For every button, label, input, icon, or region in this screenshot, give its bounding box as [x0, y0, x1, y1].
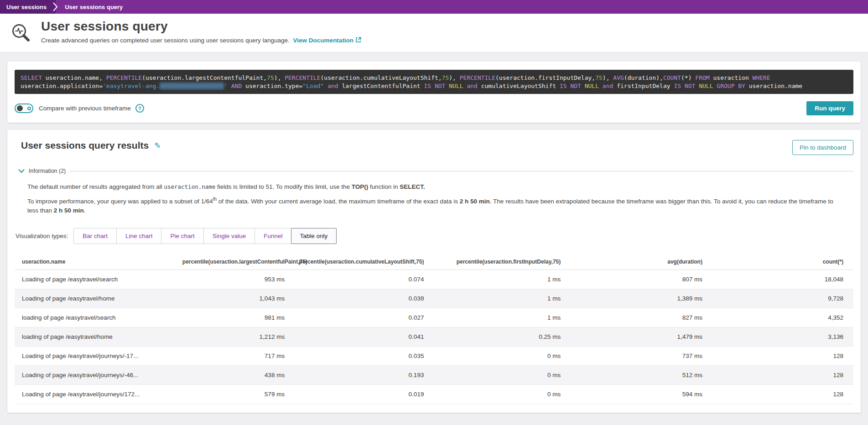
- breadcrumb-item-user-sessions[interactable]: User sessions: [0, 0, 56, 14]
- metric-cell: 0.041: [285, 327, 424, 346]
- action-name-cell: Loading of page /easytravel/journeys/172…: [15, 384, 182, 404]
- token-text: largestContentfulPaint: [338, 83, 424, 89]
- table-row: Loading of page /easytravel/journeys/-17…: [15, 346, 853, 365]
- token-text: ),: [274, 74, 285, 81]
- token-text: useraction.type=: [242, 83, 302, 89]
- metric-cell: 128: [702, 384, 853, 404]
- token-text: .: [84, 207, 86, 214]
- metric-cell: 1 ms: [424, 270, 561, 289]
- token-text: [695, 83, 699, 89]
- table-row: Loading of page /easytravel/search953 ms…: [15, 270, 853, 289]
- breadcrumb-label: User sessions query: [65, 4, 123, 10]
- visualization-types-label: Visualization types:: [16, 233, 68, 239]
- results-title: User sessions query results: [21, 140, 149, 151]
- results-card: User sessions query results ✎ Pin to das…: [7, 130, 861, 413]
- metric-cell: 0.25 ms: [424, 327, 561, 346]
- table-row: loading of page /easytravel/home1,212 ms…: [15, 327, 853, 346]
- token-kw: AVG: [613, 74, 624, 81]
- token-str: ': [224, 83, 228, 89]
- viz-option-bar-chart[interactable]: Bar chart: [74, 228, 116, 244]
- token-b: 2 h 50 min: [54, 207, 84, 214]
- token-text: [581, 83, 585, 89]
- action-name-cell: Loading of page /easytravel/home: [15, 289, 182, 308]
- usql-query-editor[interactable]: SELECT useraction.name, PERCENTILE(usera…: [15, 70, 853, 94]
- action-name-cell: Loading of page /easytravel/journeys/-17…: [15, 346, 182, 365]
- breadcrumb-item-user-sessions-query[interactable]: User sessions query: [63, 0, 125, 14]
- metric-cell: 0 ms: [424, 384, 561, 404]
- page-subtitle: Create advanced queries on completed use…: [41, 37, 290, 44]
- toggle-knob-off: [27, 107, 31, 110]
- token-kw: WHERE: [753, 74, 770, 81]
- token-text: [324, 83, 327, 89]
- token-b: 2 h 50 min: [460, 198, 490, 205]
- token-mono: useraction.name: [164, 183, 215, 190]
- metric-cell: 0.027: [285, 308, 424, 327]
- token-text: To improve performance, your query was a…: [27, 198, 213, 205]
- viz-button-group: Bar chartLine chartPie chartSingle value…: [73, 228, 337, 244]
- column-header: avg(duration): [561, 255, 702, 270]
- token-kw: IS NOT: [560, 83, 581, 89]
- token-text: (duration),: [624, 74, 663, 81]
- run-query-button[interactable]: Run query: [806, 101, 853, 115]
- token-null: NULL: [699, 83, 713, 89]
- metric-cell: 1 ms: [424, 308, 561, 327]
- table-row: loading of page /easytravel/search981 ms…: [15, 308, 853, 327]
- page-header: User sessions query Create advanced quer…: [0, 14, 868, 52]
- viz-option-line-chart[interactable]: Line chart: [116, 228, 161, 244]
- information-label: Information (2): [29, 168, 66, 174]
- token-kw: IS NOT: [674, 83, 695, 89]
- metric-cell: 438 ms: [182, 365, 285, 384]
- token-text: of the data. With your current average l…: [217, 198, 460, 205]
- viz-option-funnel[interactable]: Funnel: [255, 228, 291, 244]
- token-kw: and: [327, 83, 338, 89]
- token-text: (*): [681, 74, 695, 81]
- pin-to-dashboard-button[interactable]: Pin to dashboard: [792, 140, 853, 155]
- metric-cell: 0.019: [285, 384, 424, 404]
- token-str: 'easytravel-ang.: [103, 83, 160, 89]
- token-text: fields is limited to 51. To modify this …: [215, 183, 351, 190]
- information-section-toggle[interactable]: Information (2): [18, 167, 853, 175]
- table-row: Loading of page /easytravel/journeys/-46…: [15, 365, 853, 384]
- chevron-down-icon: [18, 167, 25, 175]
- view-documentation-link[interactable]: View Documentation: [293, 37, 354, 44]
- metric-cell: 981 ms: [182, 308, 285, 327]
- token-text: useraction: [710, 74, 753, 81]
- table-header-row: useraction.namepercentile(useraction.lar…: [15, 255, 853, 270]
- metric-cell: 0.035: [285, 346, 424, 365]
- viz-option-single-value[interactable]: Single value: [203, 228, 255, 244]
- token-blur: ●●●●●●●●●●●●●●●●●●: [160, 83, 224, 89]
- token-str: "Load": [302, 83, 324, 89]
- token-kw: and: [603, 83, 613, 89]
- column-header: percentile(useraction.firstInputDelay,75…: [424, 255, 561, 270]
- metric-cell: 0 ms: [424, 365, 561, 384]
- metric-cell: 18,048: [702, 270, 853, 289]
- metric-cell: 0 ms: [424, 346, 561, 365]
- metric-cell: 128: [702, 346, 853, 365]
- token-num: 75: [595, 74, 603, 81]
- metric-cell: 807 ms: [561, 270, 702, 289]
- token-text: useraction.name: [745, 83, 802, 89]
- action-name-cell: Loading of page /easytravel/journeys/-46…: [15, 365, 182, 384]
- token-kw: PERCENTILE: [460, 74, 495, 81]
- edit-title-pencil-icon[interactable]: ✎: [154, 141, 161, 150]
- compare-toggle-label: Compare with previous timeframe: [39, 105, 131, 112]
- token-kw: and: [467, 83, 477, 89]
- help-icon[interactable]: ?: [135, 104, 144, 113]
- external-link-icon: [355, 37, 361, 44]
- viz-option-table-only[interactable]: Table only: [291, 228, 337, 244]
- token-null: NULL: [585, 83, 599, 89]
- metric-cell: 0.193: [285, 365, 424, 384]
- info-message-results-limit: The default number of results aggregated…: [27, 182, 853, 192]
- viz-option-pie-chart[interactable]: Pie chart: [161, 228, 203, 244]
- column-header: percentile(useraction.cumulativeLayoutSh…: [285, 255, 424, 270]
- metric-cell: 1,389 ms: [561, 289, 702, 308]
- metric-cell: 9,728: [702, 289, 853, 308]
- page-title: User sessions query: [41, 19, 361, 34]
- info-message-extrapolation: To improve performance, your query was a…: [27, 195, 853, 215]
- token-kw: COUNT: [663, 74, 681, 81]
- divider: [70, 171, 853, 171]
- token-kw: GROUP BY: [717, 83, 745, 89]
- token-null: NULL: [449, 83, 463, 89]
- compare-timeframe-toggle[interactable]: [15, 104, 33, 113]
- table-body: Loading of page /easytravel/search953 ms…: [15, 270, 853, 404]
